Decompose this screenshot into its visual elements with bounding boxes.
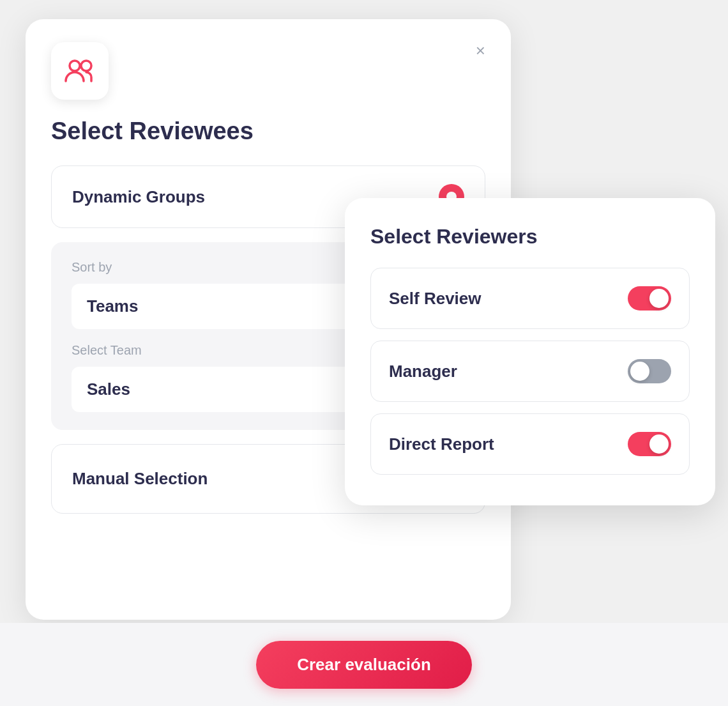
reviewees-title: Select Reviewees bbox=[51, 118, 485, 145]
direct-report-knob bbox=[649, 434, 669, 454]
users-icon bbox=[63, 54, 96, 88]
self-review-row: Self Review bbox=[370, 268, 690, 329]
svg-point-1 bbox=[81, 61, 91, 71]
manager-toggle[interactable] bbox=[628, 359, 671, 383]
svg-point-0 bbox=[70, 61, 80, 71]
manual-selection-label: Manual Selection bbox=[72, 469, 208, 489]
direct-report-label: Direct Report bbox=[389, 434, 494, 454]
manager-row: Manager bbox=[370, 341, 690, 402]
direct-report-toggle[interactable] bbox=[628, 432, 671, 456]
self-review-knob bbox=[649, 289, 669, 308]
dynamic-groups-label: Dynamic Groups bbox=[72, 187, 205, 207]
bottom-bar: Crear evaluación bbox=[0, 623, 728, 706]
create-button[interactable]: Crear evaluación bbox=[256, 641, 472, 689]
direct-report-row: Direct Report bbox=[370, 413, 690, 475]
self-review-toggle[interactable] bbox=[628, 286, 671, 311]
manager-label: Manager bbox=[389, 362, 457, 381]
self-review-label: Self Review bbox=[389, 289, 482, 309]
reviewers-title: Select Reviewers bbox=[370, 225, 690, 249]
manager-knob bbox=[630, 362, 649, 381]
reviewees-icon bbox=[51, 42, 109, 100]
close-button[interactable]: × bbox=[476, 42, 485, 59]
reviewers-card: Select Reviewers Self Review Manager Dir… bbox=[345, 198, 715, 505]
